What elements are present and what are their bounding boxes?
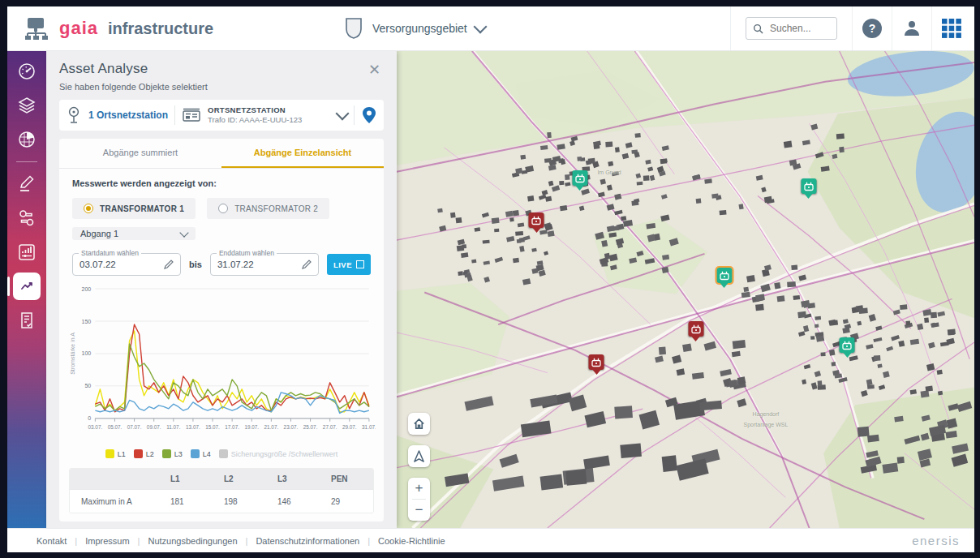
- radio-icon: [218, 204, 228, 213]
- footer-link-nutzungsbedingungen[interactable]: Nutzungsbedingungen: [148, 536, 237, 546]
- transformer-station-icon: [589, 354, 604, 370]
- map-view[interactable]: + − Im GrundHagendorfSportanlage WSL: [397, 51, 974, 528]
- help-icon: ?: [862, 18, 883, 39]
- svg-text:23.07.: 23.07.: [284, 424, 299, 430]
- transformer-selector: TRANSFORMATOR 1TRANSFORMATOR 2: [72, 198, 371, 219]
- compass-button[interactable]: [408, 445, 430, 467]
- transformer-station-icon: [572, 170, 587, 186]
- station-marker-6[interactable]: [589, 354, 604, 370]
- end-date-field[interactable]: Enddatum wählen 31.07.22: [210, 253, 319, 276]
- live-checkbox: [356, 260, 364, 268]
- station-marker-5[interactable]: [688, 321, 703, 337]
- nav-item-bar-settings[interactable]: [13, 238, 41, 266]
- object-type: ORTSNETZSTATION: [208, 105, 331, 115]
- footer-separator: |: [75, 536, 77, 546]
- outlet-select-value: Abgang 1: [80, 229, 118, 238]
- legend-label: Sicherungsgröße /Schwellenwert: [231, 450, 338, 458]
- row-value: 146: [266, 497, 320, 506]
- table-header-cell: L3: [266, 474, 320, 483]
- map-place-label: Im Grund: [597, 169, 621, 174]
- footer-separator: |: [138, 536, 140, 546]
- outlet-select[interactable]: Abgang 1: [72, 227, 196, 240]
- station-marker-2[interactable]: [801, 178, 816, 194]
- legend-swatch: [191, 449, 200, 458]
- home-button[interactable]: [408, 413, 430, 435]
- legend-label: L2: [146, 450, 154, 458]
- edit-pencil-icon: [302, 260, 312, 269]
- legend-swatch: [134, 449, 143, 458]
- apps-grid-button[interactable]: [932, 6, 971, 50]
- legend-swatch: [105, 449, 114, 458]
- legend-item-L3[interactable]: L3: [162, 449, 183, 458]
- map-place-label: Hagendorf: [753, 410, 780, 416]
- svg-text:27.07.: 27.07.: [323, 424, 337, 430]
- legend-item-L4[interactable]: L4: [191, 449, 211, 458]
- svg-text:03.07.: 03.07.: [88, 424, 103, 430]
- legend-item-L1[interactable]: L1: [105, 449, 126, 458]
- svg-text:0: 0: [88, 416, 91, 422]
- svg-text:Stromstärke in A: Stromstärke in A: [70, 333, 75, 375]
- station-marker-3[interactable]: [529, 212, 544, 228]
- svg-text:15.07.: 15.07.: [205, 424, 220, 430]
- transformer-1-radio[interactable]: TRANSFORMATOR 1: [72, 198, 196, 219]
- zoom-in-button[interactable]: +: [408, 478, 430, 499]
- station-card-icon: [182, 107, 201, 123]
- footer-link-kontakt[interactable]: Kontakt: [37, 536, 67, 546]
- close-icon[interactable]: ✕: [365, 61, 384, 79]
- object-id: Trafo ID: AAAA-E-UUU-123: [208, 115, 331, 125]
- station-marker-7[interactable]: [840, 337, 855, 353]
- shield-icon: [343, 16, 364, 41]
- map-place-label: Sportanlage WSL: [744, 422, 789, 427]
- nav-item-layers[interactable]: [13, 92, 41, 119]
- help-button[interactable]: ?: [853, 6, 892, 50]
- svg-text:29.07.: 29.07.: [342, 424, 357, 430]
- legend-item-Sicherungsgröße[interactable]: Sicherungsgröße /Schwellenwert: [219, 449, 338, 458]
- station-marker-4-selected[interactable]: [716, 268, 732, 283]
- analysis-content: Abgänge summiertAbgänge Einzelansicht Me…: [59, 139, 384, 522]
- nav-item-pie-globe[interactable]: [13, 126, 41, 153]
- nav-item-gauge[interactable]: [13, 58, 41, 85]
- zoom-out-button[interactable]: −: [408, 500, 430, 521]
- row-value: 29: [320, 497, 373, 506]
- side-navigation: [7, 51, 46, 528]
- nav-item-line-chart[interactable]: [13, 273, 41, 300]
- live-toggle-button[interactable]: LIVE: [327, 254, 371, 275]
- station-marker-1[interactable]: [572, 170, 587, 186]
- tab-summiert[interactable]: Abgänge summiert: [59, 139, 221, 168]
- chevron-down-icon[interactable]: [336, 107, 350, 121]
- table-header-cell: L1: [159, 474, 213, 483]
- legend-swatch: [219, 449, 228, 458]
- legend-item-L2[interactable]: L2: [134, 449, 154, 458]
- transformer-station-icon: [688, 321, 703, 337]
- nav-item-pencil[interactable]: [13, 170, 41, 198]
- svg-text:05.07.: 05.07.: [108, 424, 122, 430]
- nav-item-tools[interactable]: [13, 204, 41, 232]
- transformer-label: TRANSFORMATOR 2: [234, 204, 318, 213]
- location-pin-icon: [66, 105, 82, 125]
- footer-link-impressum[interactable]: Impressum: [85, 536, 129, 546]
- nav-item-report[interactable]: [13, 307, 41, 334]
- tab-bar: Abgänge summiertAbgänge Einzelansicht: [59, 139, 384, 169]
- search-box[interactable]: [746, 17, 837, 40]
- transformer-2-radio[interactable]: TRANSFORMATOR 2: [207, 198, 329, 219]
- transformer-station-icon: [529, 212, 544, 228]
- map-pin-button[interactable]: [361, 106, 377, 124]
- gauge-icon: [17, 62, 37, 81]
- zoom-controls: + −: [408, 478, 430, 521]
- edit-pencil-icon: [164, 260, 174, 269]
- search-input[interactable]: [768, 22, 830, 35]
- divider: [354, 105, 355, 125]
- user-icon: [902, 19, 922, 38]
- chevron-down-icon[interactable]: [473, 20, 487, 34]
- start-date-field[interactable]: Startdatum wählen 03.07.22: [72, 253, 181, 276]
- series-L1: [95, 331, 369, 412]
- footer-link-datenschutzinformationen[interactable]: Datenschutzinformationen: [256, 536, 359, 546]
- network-logo-icon: [22, 16, 51, 41]
- svg-text:19.07.: 19.07.: [244, 424, 259, 430]
- svg-text:100: 100: [82, 351, 92, 357]
- footer-link-cookie-richtlinie[interactable]: Cookie-Richtlinie: [378, 536, 445, 546]
- transformer-station-icon: [801, 178, 816, 194]
- user-button[interactable]: [892, 6, 931, 50]
- tab-einzelansicht[interactable]: Abgänge Einzelansicht: [221, 139, 384, 168]
- svg-text:150: 150: [82, 319, 92, 324]
